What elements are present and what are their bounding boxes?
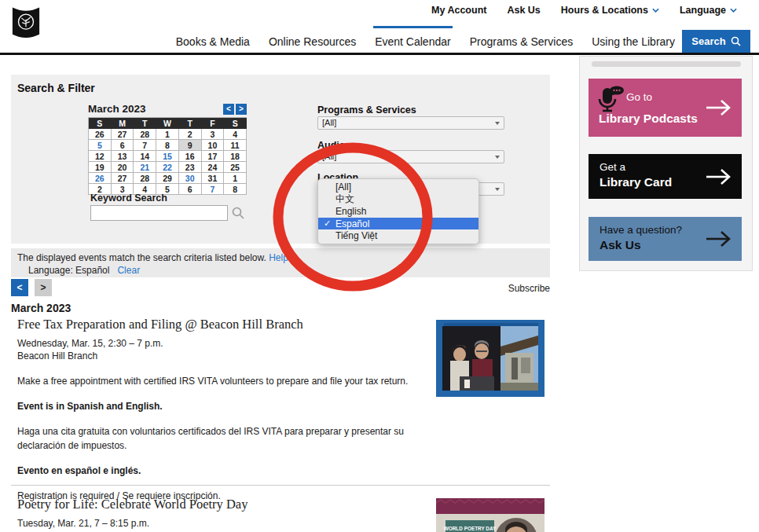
library-logo-icon[interactable] — [11, 6, 41, 42]
language-label: Language — [680, 5, 726, 16]
calendar-day-cell: 1 — [156, 129, 179, 140]
calendar-day-cell: 12 — [89, 151, 112, 162]
calendar-day-cell: 10 — [202, 140, 225, 151]
card-line1: Get a — [600, 161, 625, 173]
calendar-day-header: T — [179, 118, 202, 129]
nav-event-calendar[interactable]: Event Calendar — [375, 35, 451, 48]
ask-us-label: Ask Us — [507, 5, 540, 16]
calendar-day-cell: 13 — [112, 151, 134, 162]
header-divider — [0, 53, 759, 55]
results-prev-button[interactable]: < — [11, 279, 28, 296]
event-paragraph: Haga una cita gratuita con voluntarios c… — [17, 424, 432, 453]
language-option-label: Tiếng Việt — [336, 230, 377, 241]
ask-us-link[interactable]: Ask Us — [507, 5, 540, 16]
library-podcasts-card[interactable]: Go to Library Podcasts — [588, 79, 742, 137]
language-menu-trigger[interactable]: Language — [680, 5, 737, 16]
hours-locations-label: Hours & Locations — [561, 5, 648, 16]
criteria-text: The displayed events match the search cr… — [17, 252, 266, 263]
keyword-search-icon[interactable] — [232, 207, 244, 219]
calendar-day-cell: 17 — [202, 151, 225, 162]
calendar-day-cell: 31 — [202, 173, 225, 184]
calendar-day-header: S — [224, 118, 247, 129]
nav-programs-services[interactable]: Programs & Services — [470, 35, 573, 48]
arrow-right-icon — [706, 230, 732, 248]
calendar-day-header: M — [112, 118, 134, 129]
language-option[interactable]: Tiếng Việt — [318, 229, 478, 242]
event-divider — [11, 485, 550, 486]
calendar-prev-button[interactable]: < — [223, 104, 234, 115]
card-line2: Ask Us — [600, 238, 641, 252]
event-paragraph: Make a free appointment with certified I… — [17, 374, 432, 388]
calendar-day-header: T — [134, 118, 156, 129]
calendar-day-cell[interactable]: 21 — [134, 162, 156, 173]
event-paragraph: Evento en español e inglés. — [17, 464, 432, 478]
card-line1: Have a question? — [600, 224, 682, 236]
event-thumbnail-image[interactable]: WORLD POETRY DAY MARCH 21 — [436, 498, 544, 532]
keyword-search-input[interactable] — [90, 205, 228, 221]
calendar-day-cell[interactable]: 22 — [156, 162, 179, 173]
audience-select[interactable]: [All] — [317, 150, 504, 163]
calendar-next-button[interactable]: > — [236, 104, 247, 115]
chevron-down-icon — [730, 8, 737, 13]
nav-books-media[interactable]: Books & Media — [176, 35, 250, 48]
svg-text:WORLD POETRY DAY: WORLD POETRY DAY — [444, 526, 497, 531]
criteria-bar: The displayed events match the search cr… — [11, 248, 550, 277]
calendar-day-cell: 11 — [224, 140, 247, 151]
calendar-day-cell: 27 — [112, 129, 134, 140]
calendar-day-cell: 6 — [112, 140, 134, 151]
language-dropdown-menu: [All]中文English✓EspañolTiếng Việt — [317, 178, 479, 244]
event-calendar-page: My Account Ask Us Hours & Locations Lang… — [0, 0, 759, 532]
programs-services-select[interactable]: [All] — [317, 116, 504, 130]
calendar-day-cell: 26 — [89, 129, 112, 140]
language-option[interactable]: ✓Español — [318, 218, 478, 230]
main-nav: Books & Media Online Resources Event Cal… — [176, 35, 675, 48]
calendar-day-cell[interactable]: 15 — [156, 151, 179, 162]
calendar-day-cell[interactable]: 30 — [179, 173, 202, 184]
caret-down-icon — [495, 122, 500, 125]
calendar-day-cell: 9 — [179, 140, 202, 151]
arrow-right-icon — [706, 99, 732, 116]
calendar-day-cell[interactable]: 7 — [202, 184, 225, 195]
results-month-heading: March 2023 — [11, 302, 71, 314]
language-option-label: English — [336, 206, 366, 217]
language-option-label: [All] — [336, 182, 351, 193]
event-description: Make a free appointment with certified I… — [17, 374, 432, 503]
language-option[interactable]: 中文 — [318, 193, 478, 206]
mini-calendar: March 2023 < > SMTWTFS262728123456789101… — [88, 103, 247, 195]
calendar-day-cell: 7 — [134, 140, 156, 151]
nav-using-library[interactable]: Using the Library — [592, 35, 675, 48]
calendar-grid: SMTWTFS262728123456789101112131415161718… — [88, 117, 247, 195]
calendar-day-cell: 3 — [202, 129, 225, 140]
my-account-link[interactable]: My Account — [431, 5, 486, 16]
help-link[interactable]: Help — [269, 252, 288, 263]
calendar-day-cell: 27 — [112, 173, 134, 184]
caret-down-icon — [495, 156, 500, 159]
clear-filter-link[interactable]: Clear — [117, 265, 140, 276]
panel-title: Search & Filter — [17, 82, 95, 94]
event-paragraph: Event is in Spanish and English. — [17, 399, 432, 413]
ask-us-card[interactable]: Have a question? Ask Us — [588, 217, 742, 261]
calendar-day-cell[interactable]: 26 — [89, 173, 112, 184]
language-option[interactable]: English — [318, 205, 478, 218]
calendar-day-header: W — [156, 118, 179, 129]
sidebar-top-strip — [592, 61, 741, 67]
calendar-day-cell[interactable]: 5 — [89, 140, 112, 151]
calendar-day-cell: 29 — [156, 173, 179, 184]
podcast-microphone-icon — [596, 85, 625, 113]
calendar-day-cell: 2 — [179, 129, 202, 140]
subscribe-link[interactable]: Subscribe — [432, 283, 550, 294]
calendar-day-cell: 6 — [179, 184, 202, 195]
hours-locations-menu[interactable]: Hours & Locations — [561, 5, 659, 16]
results-next-button[interactable]: > — [35, 279, 52, 296]
event-item-poetry: Poetry for Life: Celebrate World Poetry … — [17, 497, 548, 532]
nav-online-resources[interactable]: Online Resources — [269, 35, 356, 48]
language-option[interactable]: [All] — [318, 181, 478, 193]
calendar-day-cell: 18 — [224, 151, 247, 162]
event-thumbnail-image[interactable] — [436, 320, 544, 397]
card-line2: Library Podcasts — [599, 112, 698, 126]
library-card-card[interactable]: Get a Library Card — [588, 154, 742, 199]
card-line2: Library Card — [600, 175, 672, 189]
search-button[interactable]: Search — [682, 30, 750, 53]
language-option-label: 中文 — [336, 193, 354, 206]
my-account-label: My Account — [431, 5, 486, 16]
